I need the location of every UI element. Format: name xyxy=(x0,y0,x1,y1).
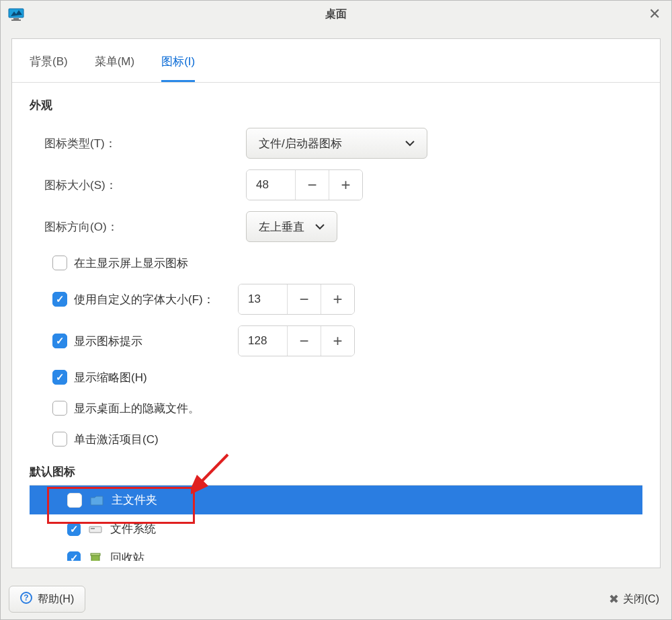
close-button-label[interactable]: 关闭(C) xyxy=(623,592,659,607)
label-show-on-primary: 在主显示屏上显示图标 xyxy=(74,256,188,271)
svg-rect-2 xyxy=(11,20,21,21)
row-custom-font: 使用自定义的字体大小(F)： − + xyxy=(30,278,642,320)
help-label: 帮助(H) xyxy=(38,592,74,607)
tab-bar: 背景(B) 菜单(M) 图标(I) xyxy=(12,39,660,83)
tooltip-size-spinner: − + xyxy=(238,325,355,356)
svg-rect-6 xyxy=(91,553,100,555)
label-show-thumbnails: 显示缩略图(H) xyxy=(74,370,147,385)
icon-size-input[interactable] xyxy=(247,170,295,200)
row-icon-orientation: 图标方向(O)： 左上垂直 xyxy=(30,206,642,247)
label-filesystem: 文件系统 xyxy=(110,521,156,537)
label-icon-type: 图标类型(T)： xyxy=(44,136,246,151)
icon-type-dropdown[interactable]: 文件/启动器图标 xyxy=(246,128,427,159)
svg-rect-0 xyxy=(9,9,24,17)
checkbox-custom-font[interactable] xyxy=(52,292,67,307)
list-item-filesystem[interactable]: 文件系统 xyxy=(30,514,642,543)
orientation-value: 左上垂直 xyxy=(259,219,304,235)
label-single-click: 单击激活项目(C) xyxy=(74,432,159,447)
appearance-heading: 外观 xyxy=(30,98,642,113)
checkbox-show-hidden[interactable] xyxy=(52,401,67,416)
icon-size-spinner: − + xyxy=(246,169,363,200)
icon-size-plus[interactable]: + xyxy=(329,170,362,200)
bottom-bar: ? 帮助(H) ✖ 关闭(C) xyxy=(1,579,671,619)
row-icon-type: 图标类型(T)： 文件/启动器图标 xyxy=(30,122,642,164)
svg-rect-1 xyxy=(13,18,19,20)
label-home: 主文件夹 xyxy=(112,492,157,508)
icons-panel: 外观 图标类型(T)： 文件/启动器图标 图标大小(S)： − + xyxy=(12,83,660,568)
tab-background[interactable]: 背景(B) xyxy=(30,54,68,82)
titlebar: 桌面 ✕ xyxy=(1,1,671,28)
list-item-trash[interactable]: 回收站 xyxy=(30,543,642,561)
icon-type-value: 文件/启动器图标 xyxy=(259,136,342,151)
custom-font-input[interactable] xyxy=(239,284,287,314)
custom-font-plus[interactable]: + xyxy=(321,284,354,314)
row-show-on-primary: 在主显示屏上显示图标 xyxy=(30,247,642,278)
list-item-home[interactable]: 主文件夹 xyxy=(30,486,642,514)
label-trash: 回收站 xyxy=(110,550,144,561)
orientation-dropdown[interactable]: 左上垂直 xyxy=(246,211,337,242)
app-icon xyxy=(7,6,26,22)
checkbox-show-tooltips[interactable] xyxy=(52,334,67,348)
icon-size-minus[interactable]: − xyxy=(295,170,329,200)
label-icon-orientation: 图标方向(O)： xyxy=(44,219,246,235)
label-icon-size: 图标大小(S)： xyxy=(44,178,246,193)
checkbox-single-click[interactable] xyxy=(52,432,67,447)
label-show-hidden: 显示桌面上的隐藏文件。 xyxy=(74,401,200,416)
row-show-thumbnails: 显示缩略图(H) xyxy=(30,362,642,393)
row-icon-size: 图标大小(S)： − + xyxy=(30,164,642,206)
label-show-tooltips: 显示图标提示 xyxy=(74,334,231,349)
checkbox-show-thumbnails[interactable] xyxy=(52,370,67,385)
trash-icon xyxy=(89,552,102,561)
close-x-icon: ✖ xyxy=(609,592,619,607)
tooltip-size-minus[interactable]: − xyxy=(287,326,321,356)
checkbox-trash[interactable] xyxy=(67,551,81,561)
custom-font-minus[interactable]: − xyxy=(287,284,321,314)
label-custom-font: 使用自定义的字体大小(F)： xyxy=(74,292,231,307)
window-title: 桌面 xyxy=(325,7,347,22)
svg-rect-4 xyxy=(91,528,95,529)
row-single-click: 单击激活项目(C) xyxy=(30,424,642,455)
default-icons-list: 主文件夹 文件系统 回收站 xyxy=(30,485,642,561)
default-icons-heading: 默认图标 xyxy=(30,464,642,479)
checkbox-filesystem[interactable] xyxy=(67,522,81,536)
checkbox-show-on-primary[interactable] xyxy=(52,256,67,270)
help-icon: ? xyxy=(20,592,32,607)
settings-window: 桌面 ✕ 背景(B) 菜单(M) 图标(I) 外观 图标类型(T)： 文件/启动… xyxy=(0,0,672,620)
svg-text:?: ? xyxy=(24,593,28,603)
row-show-tooltips: 显示图标提示 − + xyxy=(30,320,642,362)
custom-font-spinner: − + xyxy=(238,284,355,315)
window-close-button[interactable]: ✕ xyxy=(644,5,665,23)
folder-home-icon xyxy=(90,494,103,506)
content-area: 背景(B) 菜单(M) 图标(I) 外观 图标类型(T)： 文件/启动器图标 图… xyxy=(11,38,661,568)
tab-menu[interactable]: 菜单(M) xyxy=(95,54,134,82)
drive-icon xyxy=(89,523,102,535)
tab-icons[interactable]: 图标(I) xyxy=(161,54,195,82)
tooltip-size-input[interactable] xyxy=(239,326,287,356)
chevron-down-icon xyxy=(405,137,415,150)
help-button[interactable]: ? 帮助(H) xyxy=(9,586,85,613)
svg-rect-3 xyxy=(89,527,101,533)
row-show-hidden: 显示桌面上的隐藏文件。 xyxy=(30,393,642,424)
chevron-down-icon xyxy=(315,220,325,233)
checkbox-home[interactable] xyxy=(67,493,82,508)
tooltip-size-plus[interactable]: + xyxy=(321,326,354,356)
